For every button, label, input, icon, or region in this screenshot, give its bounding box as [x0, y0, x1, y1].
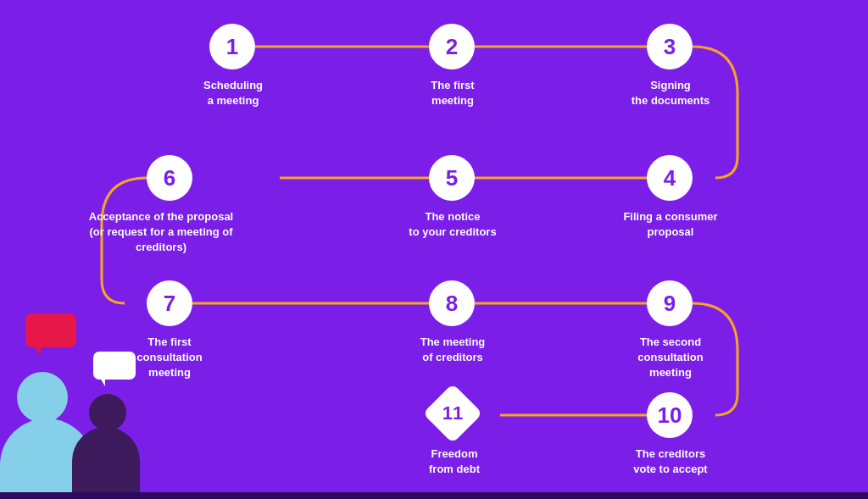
step-2-label: The firstmeeting — [402, 78, 504, 108]
step-5-label: The noticeto your creditors — [402, 209, 504, 240]
step-9-circle: 9 — [647, 280, 693, 326]
step-1-label: Schedulinga meeting — [182, 78, 284, 108]
speech-bubble-red — [25, 313, 76, 347]
person1-head — [17, 372, 68, 423]
step-5-circle: 5 — [429, 155, 475, 201]
person2-body — [72, 427, 140, 499]
step-10-circle: 10 — [647, 392, 693, 438]
step-6-label: Acceptance of the proposal(or request fo… — [68, 209, 254, 256]
step-6-circle: 6 — [147, 155, 192, 201]
step-11-number: 11 — [431, 392, 474, 435]
step-8-circle: 8 — [429, 280, 475, 326]
step-10-label: The creditorsvote to accept — [620, 446, 721, 477]
step-4-circle: 4 — [647, 155, 693, 201]
step-2-circle: 2 — [429, 24, 475, 69]
person2-head — [89, 394, 126, 431]
step-9-label: The secondconsultation meeting — [620, 335, 721, 381]
step-3-circle: 3 — [647, 24, 693, 69]
bottom-bar — [0, 492, 868, 499]
step-8-label: The meetingof creditors — [402, 335, 504, 365]
speech-bubble-white — [93, 352, 136, 380]
step-7-circle: 7 — [147, 280, 192, 326]
step-4-label: Filing a consumerproposal — [620, 209, 721, 240]
step-3-label: Signingthe documents — [620, 78, 721, 108]
diagram-container: 1 Schedulinga meeting 2 The firstmeeting… — [0, 0, 868, 499]
step-1-circle: 1 — [209, 24, 255, 69]
step-11-label: Freedomfrom debt — [412, 446, 497, 477]
